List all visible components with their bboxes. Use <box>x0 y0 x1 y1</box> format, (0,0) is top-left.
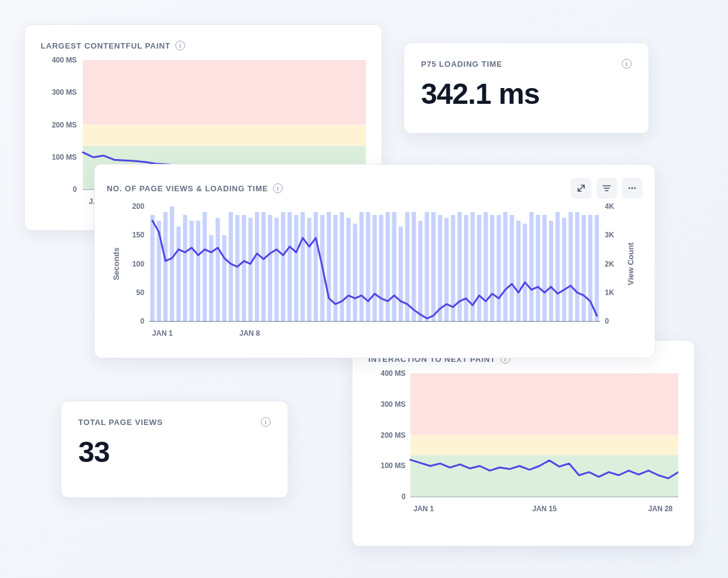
tpv-header: TOTAL PAGE VIEWS i <box>78 417 271 427</box>
filter-button[interactable] <box>596 178 617 199</box>
svg-rect-90 <box>575 212 579 321</box>
svg-text:200 MS: 200 MS <box>52 121 77 129</box>
svg-rect-40 <box>248 218 252 322</box>
svg-rect-1 <box>83 125 366 146</box>
svg-rect-50 <box>314 212 318 321</box>
svg-text:4K: 4K <box>605 202 615 211</box>
svg-rect-30 <box>183 215 187 321</box>
svg-rect-98 <box>410 435 678 455</box>
svg-rect-63 <box>399 226 403 321</box>
info-icon[interactable]: i <box>622 59 632 69</box>
svg-rect-86 <box>549 220 553 321</box>
svg-text:3K: 3K <box>605 231 615 239</box>
svg-rect-27 <box>163 212 167 321</box>
svg-rect-29 <box>177 226 181 321</box>
svg-rect-39 <box>242 215 246 321</box>
svg-rect-78 <box>497 215 501 321</box>
svg-rect-41 <box>255 212 259 321</box>
p75-loading-time-card: P75 LOADING TIME i 342.1 ms <box>403 42 649 134</box>
inp-chart: 0100 MS200 MS300 MS400 MSJAN 1JAN 15JAN … <box>368 364 678 528</box>
expand-icon <box>576 183 586 193</box>
svg-rect-42 <box>261 212 266 321</box>
svg-rect-56 <box>353 223 357 321</box>
svg-rect-99 <box>410 455 678 497</box>
svg-rect-37 <box>229 212 233 321</box>
info-icon[interactable]: i <box>175 41 185 50</box>
svg-text:50: 50 <box>136 288 145 297</box>
svg-rect-46 <box>288 212 292 321</box>
svg-text:JAN 8: JAN 8 <box>240 329 260 338</box>
more-button[interactable] <box>622 178 642 199</box>
inp-card: INTERACTION TO NEXT PAINT i 0100 MS200 M… <box>352 340 695 546</box>
svg-rect-76 <box>484 212 488 321</box>
svg-point-11 <box>632 188 633 189</box>
svg-text:0: 0 <box>140 317 144 325</box>
svg-text:1K: 1K <box>605 288 615 297</box>
svg-point-10 <box>629 188 630 189</box>
svg-rect-82 <box>523 223 527 321</box>
svg-rect-59 <box>372 215 377 321</box>
combo-chart: SecondsView Count05010015020001K2K3K4KJA… <box>107 199 642 347</box>
more-icon <box>627 183 637 193</box>
tpv-value: 33 <box>78 435 271 469</box>
p75-header: P75 LOADING TIME i <box>421 59 632 69</box>
tpv-title: TOTAL PAGE VIEWS <box>78 418 163 427</box>
svg-text:300 MS: 300 MS <box>52 88 77 97</box>
svg-rect-49 <box>307 218 311 322</box>
svg-rect-54 <box>340 212 344 321</box>
svg-rect-45 <box>281 212 285 321</box>
expand-button[interactable] <box>571 178 592 199</box>
svg-rect-32 <box>196 220 200 321</box>
svg-rect-68 <box>431 212 436 321</box>
svg-rect-93 <box>595 215 599 321</box>
svg-rect-52 <box>327 212 331 321</box>
svg-rect-53 <box>333 215 337 321</box>
p75-value: 342.1 ms <box>421 77 632 110</box>
p75-title: P75 LOADING TIME <box>421 59 502 69</box>
svg-rect-83 <box>530 212 534 321</box>
svg-text:0: 0 <box>605 317 609 325</box>
svg-text:150: 150 <box>132 231 144 239</box>
svg-text:400 MS: 400 MS <box>52 56 77 64</box>
svg-rect-44 <box>274 218 278 322</box>
svg-rect-91 <box>582 215 586 321</box>
svg-text:2K: 2K <box>605 260 615 268</box>
svg-rect-88 <box>562 218 566 322</box>
svg-text:0: 0 <box>402 492 406 501</box>
svg-rect-66 <box>418 220 422 321</box>
total-page-views-card: TOTAL PAGE VIEWS i 33 <box>61 401 288 498</box>
info-icon[interactable]: i <box>273 183 283 193</box>
svg-rect-36 <box>222 235 226 321</box>
svg-text:200: 200 <box>132 202 144 211</box>
svg-text:View Count: View Count <box>626 242 635 285</box>
svg-rect-79 <box>503 212 507 321</box>
svg-rect-31 <box>189 220 194 321</box>
svg-rect-67 <box>425 212 429 321</box>
filter-icon <box>602 183 612 193</box>
svg-rect-65 <box>412 212 416 321</box>
svg-rect-34 <box>209 235 214 321</box>
lcp-title: LARGEST CONTENTFUL PAINT <box>41 41 170 50</box>
svg-text:100 MS: 100 MS <box>381 461 406 470</box>
info-icon[interactable]: i <box>261 417 271 427</box>
lcp-header: LARGEST CONTENTFUL PAINT i <box>41 41 366 50</box>
svg-rect-25 <box>150 215 155 321</box>
svg-rect-58 <box>366 212 370 321</box>
svg-rect-60 <box>379 215 383 321</box>
svg-text:200 MS: 200 MS <box>381 431 406 440</box>
svg-rect-57 <box>359 212 363 321</box>
svg-rect-89 <box>568 212 573 321</box>
svg-text:JAN 28: JAN 28 <box>648 505 673 513</box>
svg-text:0: 0 <box>73 185 77 194</box>
chart-toolbar <box>571 178 642 199</box>
svg-text:Seconds: Seconds <box>112 248 121 280</box>
svg-text:100: 100 <box>132 260 144 268</box>
svg-rect-97 <box>410 373 678 435</box>
svg-rect-77 <box>490 215 494 321</box>
svg-rect-61 <box>386 212 390 321</box>
combo-header: NO. OF PAGE VIEWS & LOADING TIME i <box>107 178 642 199</box>
svg-rect-87 <box>556 212 560 321</box>
svg-point-12 <box>634 188 636 189</box>
svg-rect-62 <box>392 212 396 321</box>
svg-rect-73 <box>464 215 468 321</box>
